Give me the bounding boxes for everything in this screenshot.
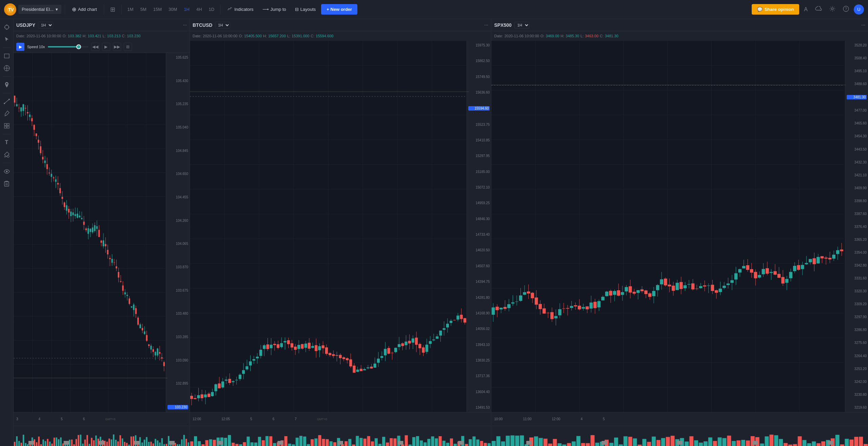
pattern-tool[interactable] [1,120,12,131]
chart-title-dropdown[interactable]: Presidential El... ▾ [18,5,61,14]
logo-icon[interactable]: TV [4,3,16,16]
crosshair-h-usdjpy [14,378,167,378]
eye-tool[interactable] [1,166,12,177]
svg-rect-10 [4,54,9,58]
screenshot-icon[interactable]: ⊞ [124,43,132,51]
help-icon[interactable]: ? [840,4,852,15]
ohlc-spx500: Date: 2020-11-06 10:00:00 O:3469.00 H:34… [491,31,868,41]
speed-slider-thumb [76,44,81,49]
symbol-usdjpy: USDJPY [16,22,35,28]
plus-icon: ⊕ [72,6,76,13]
timeframe-1m[interactable]: 1M [125,5,136,14]
text-tool[interactable]: T [1,137,12,148]
user-avatar[interactable]: U [854,4,864,15]
speed-label: Speed 10x [27,45,45,49]
svg-text:?: ? [845,7,847,11]
symbol-btcusd: BTCUSD [193,22,212,28]
indicators-button[interactable]: Indicators [224,4,257,14]
tool-sep-1 [3,47,11,48]
trendline-tool[interactable] [1,96,12,107]
divider-3 [121,4,122,15]
ohlc-usdjpy: Date: 2020-11-06 10:00:00 O:103.382 H:10… [14,31,190,41]
timeframe-select-usdjpy[interactable]: 1H [38,22,53,28]
topbar: TV Presidential El... ▾ ⊕ Add chart ⊞ 1M… [0,0,868,19]
timeframe-4h[interactable]: 4H [194,5,204,14]
crosshair-h-btcusd [190,92,469,92]
timeframe-15m[interactable]: 15M [151,5,164,14]
bottom-strip-btcusd [190,426,491,446]
chart-title-label: Presidential El... [22,7,54,12]
timeframe-1h[interactable]: 1H [181,5,192,14]
svg-point-23 [7,155,9,157]
step-forward-icon[interactable]: ▶ [102,43,110,51]
time-axis-btcusd: 12:00 12:05 5 6 7 GMT+0 [190,412,491,426]
chart-panel-usdjpy: USDJPY 1H ⋯ Date: 2020-11-06 10:00:00 O:… [14,19,190,446]
svg-rect-20 [7,123,9,125]
svg-point-24 [6,171,7,172]
bottom-strip-usdjpy [14,426,190,446]
share-opinion-button[interactable]: 💬 Share opinion [752,4,800,15]
layouts-button[interactable]: ⊟ Layouts [292,5,319,14]
trash-tool[interactable] [1,178,12,189]
svg-point-14 [6,83,7,84]
timeframe-select-btcusd[interactable]: 1H [215,22,230,28]
fast-forward-icon[interactable]: ▶▶ [113,43,121,51]
cloud-icon[interactable] [812,4,825,15]
measure-tool[interactable] [1,63,12,74]
divider-4 [220,4,220,15]
chart-canvas-usdjpy[interactable]: 105.625 105.430 105.235 105.040 104.845 … [14,53,190,412]
step-back-icon[interactable]: ◀◀ [91,43,99,51]
jump-to-button[interactable]: ⟶ Jump to [259,5,290,14]
chart-canvas-btcusd[interactable]: 15975.30 15862.50 15749.50 15636.60 1559… [190,41,491,412]
brush-tool[interactable] [1,108,12,119]
play-button[interactable]: ▶ [16,43,24,51]
timeframe-30m[interactable]: 30M [166,5,179,14]
symbol-spx500: SPX500 [494,22,511,28]
tool-sep-4 [3,134,11,134]
chart-header-btcusd: BTCUSD 1H ⋯ [190,19,491,31]
time-axis-spx500: 10:00 11:00 12:00 4 5 [491,412,868,426]
tool-sep-2 [3,76,11,77]
ohlc-btcusd: Date: 2020-11-06 10:00:00 O:15405.500 H:… [190,31,491,41]
column-chooser-icon[interactable]: ⊞ [107,4,118,15]
jump-icon: ⟶ [262,7,269,12]
left-toolbar: T [0,19,14,446]
chart-menu-icon-2[interactable]: ⋯ [484,23,488,27]
chart-menu-icon[interactable]: ⋯ [183,23,187,27]
chart-panel-btcusd: BTCUSD 1H ⋯ Date: 2020-11-06 10:00:00 O:… [190,19,491,446]
timeframe-select-spx500[interactable]: 1H [514,22,530,28]
svg-text:TV: TV [8,7,14,12]
indicators-icon [227,6,233,13]
speed-slider[interactable] [48,46,88,47]
layouts-icon: ⊟ [295,7,299,12]
svg-point-2 [831,8,833,10]
playback-bar: ▶ Speed 10x ◀◀ ▶ ▶▶ ⊞ [14,41,190,53]
new-order-button[interactable]: + New order [321,4,357,15]
rectangle-tool[interactable] [1,51,12,61]
divider-2 [104,4,104,15]
crosshair-h-spx500 [491,85,846,85]
svg-line-15 [4,99,9,103]
timeframe-5m[interactable]: 5M [138,5,149,14]
crosshair-tool[interactable] [1,22,12,33]
bottom-strip-spx500 [491,426,868,446]
tool-sep-3 [3,93,11,93]
chart-header-usdjpy: USDJPY 1H ⋯ [14,19,190,31]
price-axis-usdjpy: 105.625 105.430 105.235 105.040 104.845 … [166,53,190,412]
chevron-down-icon: ▾ [56,7,58,12]
charts-row: USDJPY 1H ⋯ Date: 2020-11-06 10:00:00 O:… [14,19,868,446]
cursor-tool[interactable] [1,34,12,45]
timeframe-1d[interactable]: 1D [206,5,217,14]
svg-rect-21 [4,126,6,128]
svg-rect-19 [4,123,6,125]
text-size-icon[interactable]: A [801,5,810,14]
svg-rect-22 [7,126,9,128]
settings-icon[interactable] [827,4,838,15]
chart-menu-icon-3[interactable]: ⋯ [861,23,865,27]
paint-tool[interactable] [1,149,12,160]
current-price-tag-usdjpy: 103.230 [167,405,188,409]
add-chart-button[interactable]: ⊕ Add chart [68,4,100,14]
pin-tool[interactable] [1,79,12,90]
speed-slider-fill [48,46,78,47]
chart-canvas-spx500[interactable]: 3528.20 3508.40 3495.10 3488.60 3481.30 … [491,41,868,412]
